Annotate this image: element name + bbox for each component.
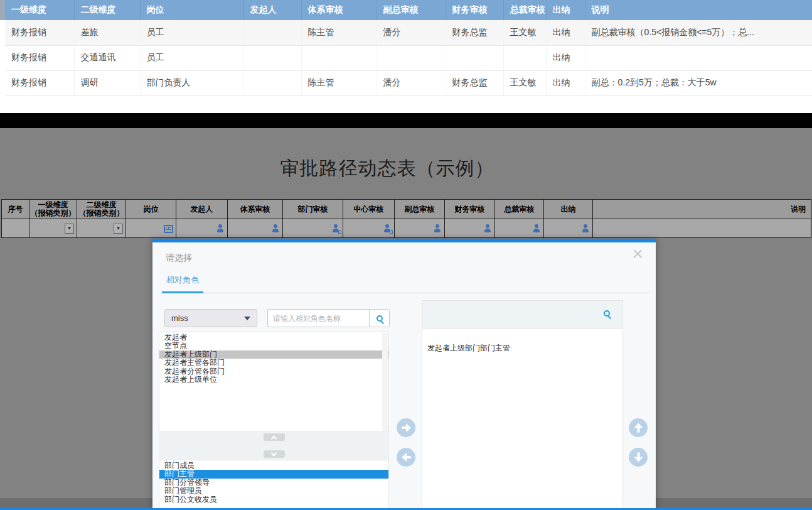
col-header: 岗位 — [126, 200, 176, 219]
chevron-down-icon — [244, 317, 250, 320]
dropdown-value: miss — [171, 313, 188, 323]
selected-roles-panel: 发起者上级部门部门主管 — [422, 300, 623, 510]
col-header: 副总审核 — [377, 0, 446, 20]
col-header: 一级维度 — [5, 0, 74, 20]
col-header: 出纳 — [546, 0, 585, 20]
col-header: 出纳 — [544, 200, 593, 219]
divider-bar — [0, 113, 812, 128]
cell-dim1: ▼ — [29, 219, 77, 238]
collapse-up-button[interactable] — [264, 433, 285, 441]
tab-active-underline — [162, 291, 203, 293]
table-row[interactable]: 财务报销 差旅 员工 陈主管 潘分 财务总监 王文敏 出纳 副总裁审核（0.5<… — [5, 20, 812, 45]
col-header: 发起人 — [176, 200, 228, 219]
approval-summary-table: 一级维度 二级维度 岗位 发起人 体系审核 副总审核 财务审核 总裁审核 出纳 … — [5, 0, 812, 96]
search-icon — [604, 310, 610, 317]
selected-search-bar[interactable] — [422, 301, 622, 329]
col-header: 中心审核 — [343, 200, 395, 219]
search-button[interactable] — [369, 309, 390, 327]
list-item[interactable]: 部门管理员 — [159, 487, 388, 495]
col-header: 体系审核 — [301, 0, 377, 20]
person-badge-picker-icon[interactable] — [383, 224, 392, 233]
list-item[interactable]: 发起者 — [159, 334, 388, 342]
available-roles-list: 发起者 空节点 发起者上级部门 发起者主管各部门 发起者分管各部门 发起者上级单… — [159, 332, 389, 432]
cell-initiator — [176, 219, 228, 238]
list-item[interactable]: 部门成员 — [159, 462, 388, 470]
list-item[interactable]: 发起者上级部门部门主管 — [422, 344, 622, 352]
cell-note — [593, 219, 811, 238]
move-right-button[interactable] — [397, 418, 415, 437]
cell-vp-review — [395, 219, 445, 238]
chevron-up-icon — [271, 435, 277, 442]
approval-path-table: 序号 一级维度（报销类别） 二级维度（报销类别） 岗位 发起人 体系审核 部门审… — [1, 199, 811, 238]
col-header: 二级维度（报销类别） — [77, 200, 126, 219]
summary-header-row: 一级维度 二级维度 岗位 发起人 体系审核 副总审核 财务审核 总裁审核 出纳 … — [5, 0, 812, 20]
cell-seq — [2, 219, 29, 238]
table-corner-notch — [0, 0, 5, 20]
col-header: 体系审核 — [228, 200, 283, 219]
col-header: 二级维度 — [74, 0, 140, 20]
person-badge-picker-icon[interactable] — [332, 224, 340, 233]
move-up-button[interactable] — [629, 418, 648, 437]
close-icon[interactable]: × — [632, 244, 643, 264]
move-left-button[interactable] — [397, 448, 415, 467]
list-item[interactable]: 发起者分管各部门 — [159, 367, 388, 376]
tab-underline — [162, 293, 649, 293]
person-picker-icon[interactable] — [533, 224, 541, 233]
path-header-row: 序号 一级维度（报销类别） 二级维度（报销类别） 岗位 发起人 体系审核 部门审… — [2, 200, 811, 219]
list-item[interactable]: 部门公文收发员 — [159, 496, 388, 504]
col-header: 总裁审核 — [503, 0, 546, 20]
selected-roles-list: 发起者上级部门部门主管 — [422, 329, 622, 352]
col-header: 序号 — [2, 200, 29, 219]
arrow-up-icon — [634, 423, 643, 433]
col-header: 总裁审核 — [495, 200, 544, 219]
role-type-dropdown[interactable]: miss — [164, 309, 257, 327]
person-picker-icon[interactable] — [272, 224, 280, 233]
col-header: 财务审核 — [445, 200, 495, 219]
dropdown-button[interactable]: ▼ — [114, 224, 123, 234]
sub-roles-list: 部门成员 部门主管 部门分管领导 部门管理员 部门公文收发员 — [159, 460, 389, 510]
role-search — [267, 309, 390, 327]
person-picker-icon[interactable] — [582, 224, 590, 233]
cell-dim2: ▼ — [77, 219, 126, 238]
list-item-selected[interactable]: 发起者上级部门 — [159, 350, 388, 359]
list-item[interactable]: 空节点 — [159, 342, 388, 350]
page-title: 审批路径动态表（示例） — [0, 156, 812, 182]
col-header: 说明 — [585, 0, 812, 20]
list-item[interactable]: 发起者主管各部门 — [159, 359, 388, 367]
col-header: 说明 — [593, 200, 811, 219]
list-item[interactable]: 部门分管领导 — [159, 479, 388, 487]
cell-cashier — [544, 219, 593, 238]
path-input-row: ▼ ▼ — [2, 219, 811, 238]
dropdown-button[interactable]: ▼ — [65, 224, 74, 234]
col-header: 岗位 — [140, 0, 243, 20]
cell-president-review — [495, 219, 544, 238]
dialog-title: 请选择 — [166, 252, 192, 264]
list-splitter — [159, 432, 389, 460]
collapse-down-button[interactable] — [264, 450, 285, 458]
col-header: 一级维度（报销类别） — [29, 200, 77, 219]
tab-relative-role[interactable]: 相对角色 — [166, 274, 199, 286]
arrow-left-icon — [402, 453, 411, 462]
person-picker-icon[interactable] — [484, 224, 492, 233]
screen: 一级维度 二级维度 岗位 发起人 体系审核 副总审核 财务审核 总裁审核 出纳 … — [0, 0, 812, 510]
list-item[interactable]: 发起者上级单位 — [159, 376, 388, 384]
col-header: 部门审核 — [283, 200, 343, 219]
role-search-input[interactable] — [267, 309, 369, 327]
chevron-down-icon — [271, 450, 277, 456]
col-header: 财务审核 — [446, 0, 503, 20]
post-picker-icon[interactable] — [164, 225, 173, 233]
move-down-button[interactable] — [629, 448, 648, 467]
arrow-down-icon — [634, 453, 643, 462]
cell-post — [126, 219, 176, 238]
select-dialog: 请选择 × 相对角色 miss 发起者 空节点 发起者上级部门 发起者主管各部门… — [152, 239, 656, 510]
list-item-selected[interactable]: 部门主管 — [159, 470, 388, 478]
table-row[interactable]: 财务报销 调研 部门负责人 陈主管 潘分 财务总监 王文敏 出纳 副总：0.2到… — [5, 70, 812, 95]
search-icon — [377, 315, 383, 322]
col-header: 副总审核 — [395, 200, 445, 219]
table-row[interactable]: 财务报销 交通通讯 员工 出纳 — [5, 45, 812, 70]
cell-center-review — [343, 219, 395, 238]
person-picker-icon[interactable] — [434, 224, 442, 233]
cell-finance-review — [445, 219, 495, 238]
person-picker-icon[interactable] — [216, 224, 225, 233]
col-header: 发起人 — [243, 0, 301, 20]
